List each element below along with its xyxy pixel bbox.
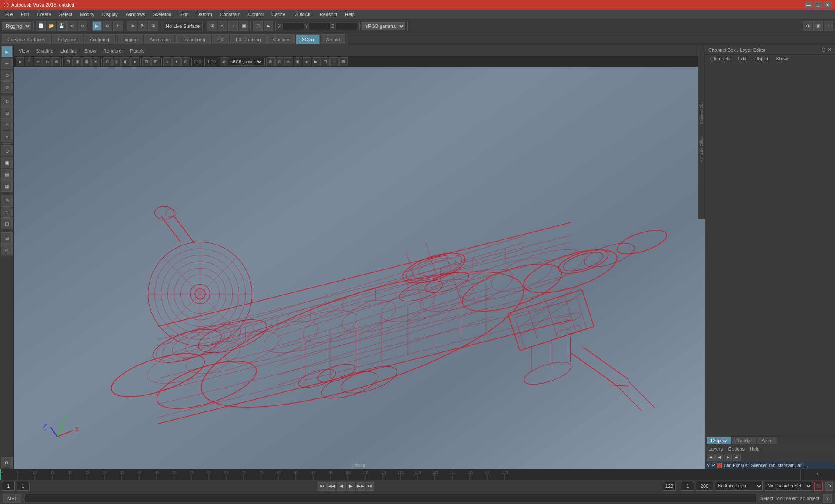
2d-pan-zoom-icon[interactable]: ⊞ [339,57,348,66]
menu-display[interactable]: Display [99,10,121,19]
menu-help[interactable]: Help [341,10,358,19]
color-profile-dropdown[interactable]: sRGB gamma [362,22,405,30]
z-field[interactable] [335,22,357,30]
tab-sculpting[interactable]: Sculpting [84,34,115,44]
bevel-tool-side[interactable]: ▦ [1,180,13,192]
select-tool-side[interactable]: ▶ [1,46,13,57]
panel-close-btn[interactable]: ✕ [828,47,832,53]
tab-fx-caching[interactable]: FX Caching [230,34,266,44]
go-to-end-btn[interactable]: ⏭ [366,482,374,491]
menu-control[interactable]: Control [245,10,267,19]
preferences-btn[interactable]: ⚙ [825,482,833,491]
tab-animation[interactable]: Animation [144,34,177,44]
wireframe-icon[interactable]: ⊞ [64,57,73,66]
end-frame-field[interactable]: 120 [663,482,676,491]
snap-point-btn[interactable]: · [228,21,238,31]
prev-frame-btn[interactable]: ◀ [337,482,346,491]
layer-playback[interactable]: P [711,463,715,468]
help-button[interactable]: ? [823,494,832,503]
object-menu[interactable]: Object [751,55,772,63]
render-tab[interactable]: Render [732,437,756,444]
menu-constrain[interactable]: Constrain [217,10,244,19]
insert-edge-side[interactable]: ▣ [1,157,13,168]
nurbs-icon[interactable]: ∿ [284,57,293,66]
settings-btn[interactable]: ⚙ [803,21,812,31]
sculpt-tool-side[interactable]: ⊙ [1,70,13,81]
step-back-btn[interactable]: ◀◀ [327,482,336,491]
tab-xgen[interactable]: XGen [296,34,319,44]
timeline-track[interactable]: 1 5 10 15 20 25 30 35 40 45 50 [0,469,800,480]
lasso-tool-btn[interactable]: ⊙ [103,21,112,31]
y-field[interactable] [309,22,331,30]
panel-float-btn[interactable]: ⬡ [822,47,826,53]
menu-3dtall[interactable]: -3DtoAll- [290,10,315,19]
anim-layer-dropdown[interactable]: No Anim Layer [715,482,763,491]
mel-python-toggle[interactable]: MEL [3,494,21,503]
viewport-renderer-menu[interactable]: Renderer [100,46,126,55]
command-input[interactable] [25,494,757,503]
grid-icon[interactable]: ⊞ [151,57,160,66]
rotate-tool-btn[interactable]: ↻ [138,21,147,31]
menu-skin[interactable]: Skin [176,10,192,19]
layer-new2-btn[interactable]: ◀ [715,454,723,461]
move-tool-side[interactable]: ⊕ [1,81,13,93]
shadow-icon[interactable]: ◐ [121,57,130,66]
render-btn[interactable]: ▶ [264,21,273,31]
offset-edge-side[interactable]: ▤ [1,169,13,180]
save-scene-btn[interactable]: 💾 [57,21,67,31]
play-btn[interactable]: ▶ [347,482,355,491]
viewport-show-menu[interactable]: Show [81,46,100,55]
select-tool-btn[interactable]: ▶ [92,21,102,31]
render-icon[interactable]: ▶ [312,57,321,66]
tab-curves-surfaces[interactable]: Curves / Surfaces [2,34,51,44]
show-manip-side[interactable]: ⊙ [1,145,13,156]
rotate-tool-side[interactable]: ↻ [1,96,13,107]
vertex-anim-icon[interactable]: ⊕ [266,57,275,66]
fog-icon[interactable]: ≈ [163,57,172,66]
layer-delete-btn[interactable]: ▶ [724,454,732,461]
ao-icon[interactable]: ● [130,57,139,66]
layer-new-btn[interactable]: ⏮ [707,454,715,461]
textured-icon[interactable]: ▦ [82,57,91,66]
bridge-tool-side[interactable]: ≡ [1,206,13,218]
tab-polygons[interactable]: Polygons [52,34,83,44]
camera-bookmark-icon[interactable]: ⊙ [25,57,33,66]
solid-icon[interactable]: ▣ [73,57,82,66]
maximize-button[interactable]: □ [814,1,822,8]
snap-surface-btn[interactable]: ▣ [239,21,248,31]
snapping-icon[interactable]: ⊕ [52,57,61,66]
help-submenu[interactable]: Help [748,446,762,452]
tab-rigging[interactable]: Rigging [116,34,143,44]
layer-item[interactable]: V P Car_Exhaust_Silencer_mb_standart:Car… [705,461,835,469]
auto-key-btn[interactable]: ⚫ [814,482,823,491]
minimize-button[interactable]: — [805,1,812,8]
menu-windows[interactable]: Windows [122,10,149,19]
start-frame-field[interactable]: 1 [2,482,15,491]
color-manage-icon[interactable]: ◈ [220,57,228,66]
show-menu[interactable]: Show [772,55,792,63]
anim-tab[interactable]: Anim [757,437,777,444]
view-trans-icon[interactable]: ↔ [330,57,339,66]
new-scene-btn[interactable]: 📄 [36,21,46,31]
xray-icon[interactable]: ⊙ [103,57,112,66]
menu-create[interactable]: Create [33,10,55,19]
camera-select-icon[interactable]: ▶ [16,57,24,66]
next-frame-btn[interactable]: ▶▶ [356,482,365,491]
view-btn[interactable]: ▣ [813,21,823,31]
scale-tool-btn[interactable]: ⊞ [148,21,158,31]
universal-tool-side[interactable]: ✛ [1,119,13,130]
close-button[interactable]: ✕ [824,1,832,8]
menu-file[interactable]: File [2,10,17,19]
menu-cache[interactable]: Cache [268,10,289,19]
subdiv-icon[interactable]: ◈ [303,57,311,66]
tab-custom[interactable]: Custom [267,34,295,44]
menu-modify[interactable]: Modify [77,10,97,19]
paint-tool-side[interactable]: ✏ [1,58,13,69]
history-btn[interactable]: ⊙ [253,21,263,31]
redo-btn[interactable]: ↪ [78,21,87,31]
poly-icon[interactable]: ▣ [294,57,302,66]
move-tool-btn[interactable]: ⊕ [127,21,137,31]
char-set-dropdown[interactable]: No Character Set [765,482,812,491]
prefs-btn[interactable]: ≡ [824,21,833,31]
undo-btn[interactable]: ↩ [67,21,77,31]
